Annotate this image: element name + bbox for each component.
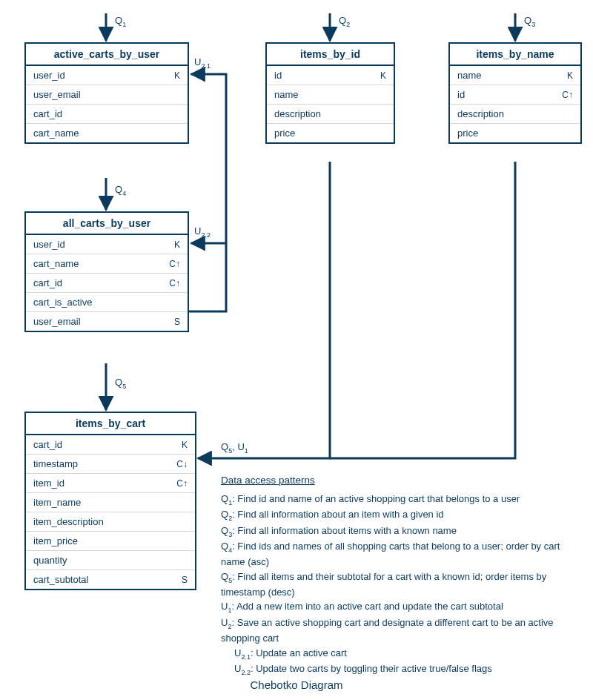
column-name: cart_is_active [33, 297, 180, 308]
column-name: item_description [33, 516, 188, 527]
pattern-line: U1: Add a new item into an active cart a… [221, 600, 569, 615]
column-annotation: C↑ [169, 259, 180, 269]
pattern-line: Q1: Find id and name of an active shoppi… [221, 492, 569, 508]
table-items-by-id: items_by_id idKnamedescriptionprice [265, 42, 395, 144]
column-name: name [274, 89, 386, 100]
label-u21: U2.1 [194, 56, 211, 70]
pattern-line: U2.1: Update an active cart [221, 647, 569, 662]
table-row: quantity [26, 551, 195, 570]
column-name: id [457, 89, 562, 100]
table-row: item_price [26, 532, 195, 551]
label-q3: Q3 [524, 15, 535, 28]
label-u22: U2.2 [194, 225, 211, 239]
table-row: cart_id [26, 105, 188, 124]
column-name: cart_name [33, 258, 169, 269]
table-all-carts-by-user: all_carts_by_user user_idKcart_nameC↑car… [24, 211, 189, 332]
pattern-line: Q4: Find ids and names of all shopping c… [221, 540, 569, 569]
label-q1: Q1 [115, 15, 126, 28]
table-row: price [267, 124, 394, 142]
table-row: user_emailS [26, 312, 188, 331]
column-name: user_email [33, 316, 174, 327]
column-name: description [274, 108, 386, 119]
table-row: description [450, 105, 580, 124]
column-annotation: C↑ [169, 278, 180, 288]
table-row: cart_is_active [26, 293, 188, 312]
table-row: user_idK [26, 66, 188, 85]
column-name: cart_name [33, 128, 180, 139]
column-annotation: C↓ [176, 459, 188, 469]
column-name: user_email [33, 89, 180, 100]
pattern-line: Q5: Find all items and their subtotal fo… [221, 570, 569, 599]
patterns-title: Data access patterns [221, 473, 569, 488]
column-name: user_id [33, 70, 174, 81]
pattern-line: U2: Save an active shopping cart and des… [221, 616, 569, 645]
table-items-by-cart: items_by_cart cart_idKtimestampC↓item_id… [24, 412, 196, 590]
table-row: user_idK [26, 235, 188, 254]
label-q5-u1: Q5, U1 [221, 441, 248, 455]
column-name: item_name [33, 497, 188, 508]
table-row: description [267, 105, 394, 124]
column-name: item_id [33, 478, 176, 489]
table-row: idC↑ [450, 85, 580, 105]
table-row: cart_subtotalS [26, 570, 195, 589]
column-annotation: C↑ [562, 90, 573, 100]
column-name: timestamp [33, 458, 176, 469]
column-name: name [457, 70, 567, 81]
table-title: items_by_name [450, 44, 580, 66]
column-annotation: C↑ [176, 478, 188, 489]
table-row: item_name [26, 493, 195, 512]
label-q5: Q5 [115, 377, 126, 390]
data-access-patterns: Data access patterns Q1: Find id and nam… [221, 473, 569, 678]
column-name: cart_id [33, 439, 182, 450]
table-title: active_carts_by_user [26, 44, 188, 66]
table-row: user_email [26, 85, 188, 105]
column-name: id [274, 70, 380, 81]
column-name: cart_subtotal [33, 574, 182, 585]
pattern-line: Q2: Find all information about an item w… [221, 508, 569, 524]
column-name: item_price [33, 535, 188, 547]
table-active-carts-by-user: active_carts_by_user user_idKuser_emailc… [24, 42, 189, 144]
diagram-canvas: Q1 Q2 Q3 Q4 Q5 U2.1 U2.2 Q5, U1 active_c… [0, 0, 593, 700]
column-name: user_id [33, 239, 174, 250]
table-row: cart_name [26, 124, 188, 142]
table-title: all_carts_by_user [26, 213, 188, 235]
column-annotation: K [567, 70, 573, 81]
diagram-caption: Chebotko Diagram [0, 678, 593, 691]
table-items-by-name: items_by_name nameKidC↑descriptionprice [448, 42, 582, 144]
table-row: timestampC↓ [26, 455, 195, 474]
table-row: price [450, 124, 580, 142]
column-name: cart_id [33, 277, 169, 288]
column-annotation: K [174, 240, 180, 250]
table-title: items_by_cart [26, 413, 195, 435]
column-annotation: S [182, 575, 188, 585]
column-name: description [457, 108, 573, 119]
pattern-line: U2.2: Update two carts by toggling their… [221, 662, 569, 678]
label-q4: Q4 [115, 184, 126, 197]
table-row: idK [267, 66, 394, 85]
column-annotation: K [380, 70, 386, 81]
pattern-line: Q3: Find all information about items wit… [221, 524, 569, 540]
table-row: name [267, 85, 394, 105]
column-name: price [274, 128, 386, 139]
column-name: price [457, 128, 573, 139]
table-title: items_by_id [267, 44, 394, 66]
table-row: cart_idK [26, 435, 195, 455]
column-name: cart_id [33, 108, 180, 119]
table-row: item_description [26, 512, 195, 532]
table-row: item_idC↑ [26, 474, 195, 493]
table-row: cart_idC↑ [26, 274, 188, 293]
column-annotation: K [182, 440, 188, 450]
table-row: cart_nameC↑ [26, 254, 188, 274]
table-row: nameK [450, 66, 580, 85]
column-name: quantity [33, 555, 188, 566]
column-annotation: S [174, 317, 180, 327]
label-q2: Q2 [339, 15, 350, 28]
column-annotation: K [174, 70, 180, 81]
